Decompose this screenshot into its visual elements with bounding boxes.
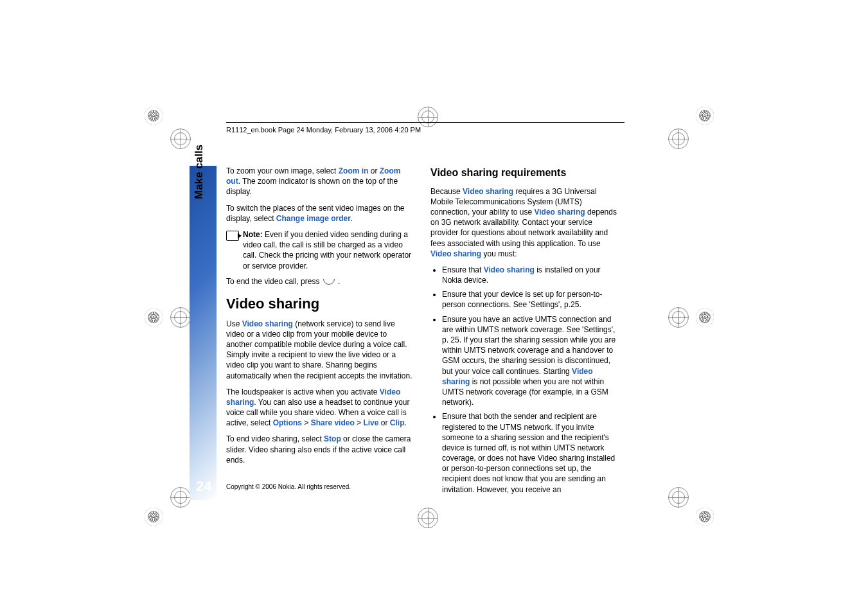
paragraph: Use Video sharing (network service) to s…	[226, 319, 412, 381]
print-reg-hatch	[145, 508, 163, 526]
note-body: Even if you denied video sending during …	[243, 230, 411, 271]
print-reg-hatch	[696, 508, 714, 526]
header-rule	[226, 122, 624, 123]
subheading-requirements: Video sharing requirements	[430, 166, 617, 180]
print-reg-hatch	[696, 308, 714, 326]
print-reg-mark	[668, 129, 689, 149]
print-reg-mark	[170, 129, 191, 149]
ui-term-video-sharing: Video sharing	[242, 319, 293, 328]
left-column: To zoom your own image, select Zoom in o…	[226, 166, 412, 499]
requirements-list: Ensure that Video sharing is installed o…	[430, 265, 617, 495]
print-reg-mark	[668, 307, 689, 328]
print-reg-mark	[668, 487, 689, 508]
note-block: Note: Even if you denied video sending d…	[226, 229, 412, 271]
end-call-key-icon	[323, 279, 335, 285]
print-reg-hatch	[145, 308, 163, 326]
paragraph: To zoom your own image, select Zoom in o…	[226, 166, 412, 197]
paragraph: To switch the places of the sent video i…	[226, 203, 412, 224]
ui-term-share-video: Share video	[311, 418, 355, 427]
section-heading-video-sharing: Video sharing	[226, 294, 412, 314]
page-header: R1112_en.book Page 24 Monday, February 1…	[226, 126, 421, 134]
body-content: To zoom your own image, select Zoom in o…	[226, 166, 624, 499]
print-reg-mark	[170, 487, 191, 508]
paragraph: To end the video call, press .	[226, 276, 412, 287]
note-label: Note:	[243, 230, 265, 239]
chapter-label: Make calls	[193, 145, 206, 199]
ui-term-video-sharing: Video sharing	[463, 187, 513, 196]
ui-term-change-image-order: Change image order	[276, 214, 351, 223]
print-reg-hatch	[696, 107, 714, 125]
ui-term-stop: Stop	[324, 434, 341, 443]
ui-term-live: Live	[363, 418, 378, 427]
list-item: Ensure that Video sharing is installed o…	[442, 265, 617, 285]
note-icon	[226, 231, 239, 241]
ui-term-options: Options	[273, 418, 302, 427]
print-reg-mark	[170, 307, 191, 328]
print-reg-hatch	[145, 107, 163, 125]
page-number: 24	[196, 478, 211, 495]
print-reg-mark	[418, 107, 438, 127]
list-item: Ensure that your device is set up for pe…	[442, 289, 617, 310]
list-item: Ensure you have an active UMTS connectio…	[442, 314, 617, 408]
ui-term-video-sharing: Video sharing	[534, 208, 585, 217]
right-column: Video sharing requirements Because Video…	[430, 166, 617, 499]
list-item: Ensure that both the sender and recipien…	[442, 411, 617, 495]
ui-term-video-sharing: Video sharing	[484, 265, 535, 274]
print-reg-mark	[418, 508, 438, 528]
chapter-sidebar-bg	[190, 166, 217, 500]
ui-term-clip: Clip	[390, 418, 405, 427]
ui-term-video-sharing: Video sharing	[430, 249, 481, 258]
paragraph: To end video sharing, select Stop or clo…	[226, 434, 412, 465]
ui-term-zoom-in: Zoom in	[339, 166, 369, 175]
paragraph: The loudspeaker is active when you activ…	[226, 387, 412, 429]
paragraph: Because Video sharing requires a 3G Univ…	[430, 186, 617, 259]
